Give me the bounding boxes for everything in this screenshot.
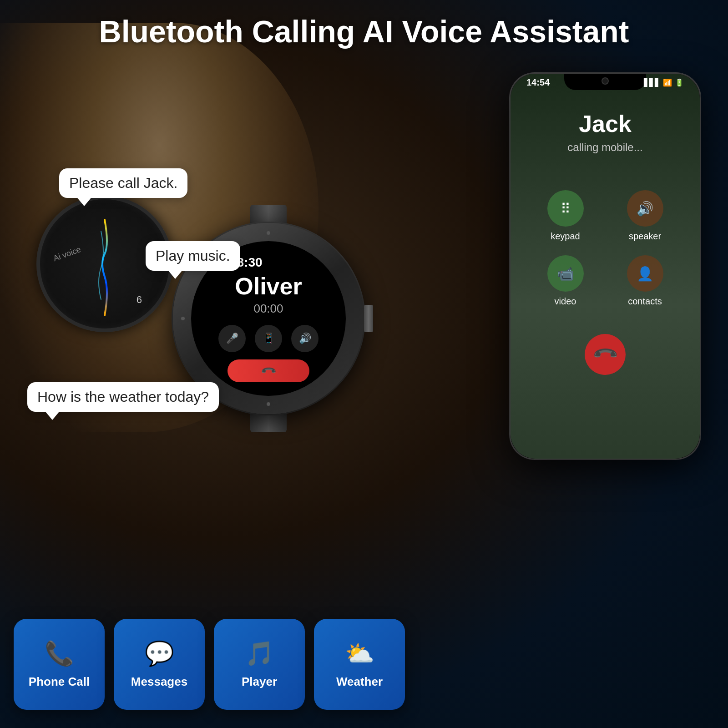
phone-time: 14:54 bbox=[526, 77, 550, 88]
bubble-weather: How is the weather today? bbox=[27, 382, 219, 412]
player-icon: 🎵 bbox=[245, 640, 274, 667]
feature-tile-weather[interactable]: ⛅Weather bbox=[314, 619, 405, 710]
watch-call-duration: 00:00 bbox=[253, 302, 283, 316]
phone-action-grid: ⠿ keypad 🔊 speaker 📹 video 👤 contacts bbox=[532, 190, 678, 307]
decline-icon: 📞 bbox=[591, 340, 619, 369]
phone-decline-btn[interactable]: 📞 bbox=[585, 334, 626, 375]
video-btn[interactable]: 📹 bbox=[547, 255, 584, 292]
feature-tile-phone-call[interactable]: 📞Phone Call bbox=[14, 619, 105, 710]
keypad-btn[interactable]: ⠿ bbox=[547, 190, 584, 227]
messages-label: Messages bbox=[131, 675, 187, 689]
watch-speaker-btn[interactable]: 🔊 bbox=[291, 325, 318, 352]
speaker-label: speaker bbox=[629, 231, 661, 242]
page-title: Bluetooth Calling AI Voice Assistant bbox=[0, 14, 728, 49]
watch-phone-btn[interactable]: 📱 bbox=[255, 325, 282, 352]
screw-top bbox=[267, 231, 270, 235]
keypad-label: keypad bbox=[551, 231, 580, 242]
end-call-icon: 📞 bbox=[260, 362, 277, 379]
watch-end-call-btn[interactable]: 📞 bbox=[228, 359, 309, 382]
phone-video-item: 📹 video bbox=[532, 255, 598, 307]
bubble-music: Play music. bbox=[146, 241, 240, 271]
weather-label: Weather bbox=[336, 675, 383, 689]
player-label: Player bbox=[242, 675, 277, 689]
weather-icon: ⛅ bbox=[345, 640, 374, 667]
contacts-label: contacts bbox=[628, 296, 662, 307]
phone-call-icon: 📞 bbox=[45, 640, 74, 667]
video-label: video bbox=[555, 296, 576, 307]
phone-screen: Jack calling mobile... ⠿ keypad 🔊 speake… bbox=[511, 74, 700, 459]
status-icons: ▋▋▋ 📶 🔋 bbox=[644, 78, 684, 87]
phone-device: 14:54 ▋▋▋ 📶 🔋 Jack calling mobile... ⠿ k… bbox=[510, 73, 701, 460]
phone-speaker-item: 🔊 speaker bbox=[612, 190, 678, 242]
speaker-btn[interactable]: 🔊 bbox=[627, 190, 663, 227]
screw-bottom bbox=[267, 402, 270, 406]
feature-tile-player[interactable]: 🎵Player bbox=[214, 619, 305, 710]
watch-controls: 🎤 📱 🔊 bbox=[218, 325, 318, 352]
phone-body: 14:54 ▋▋▋ 📶 🔋 Jack calling mobile... ⠿ k… bbox=[510, 73, 701, 460]
phone-answer-row: 📞 bbox=[532, 334, 678, 375]
phone-keypad-item: ⠿ keypad bbox=[532, 190, 598, 242]
phone-caller-name: Jack bbox=[579, 110, 632, 137]
phone-caller-status: calling mobile... bbox=[567, 141, 642, 154]
feature-tile-messages[interactable]: 💬Messages bbox=[114, 619, 205, 710]
watch-small-number: 6 bbox=[136, 294, 142, 306]
watch-caller-name: Oliver bbox=[235, 273, 302, 300]
ai-wave-icon bbox=[96, 217, 114, 318]
signal-icon: ▋▋▋ bbox=[644, 78, 660, 87]
phone-call-label: Phone Call bbox=[29, 675, 90, 689]
watch-crown bbox=[364, 305, 373, 332]
phone-contacts-item: 👤 contacts bbox=[612, 255, 678, 307]
messages-icon: 💬 bbox=[145, 640, 174, 667]
feature-tiles: 📞Phone Call💬Messages🎵Player⛅Weather bbox=[14, 619, 405, 710]
ai-voice-label: Ai voice bbox=[52, 245, 82, 263]
watch-mute-btn[interactable]: 🎤 bbox=[218, 325, 246, 352]
battery-icon: 🔋 bbox=[675, 78, 684, 87]
contacts-btn[interactable]: 👤 bbox=[627, 255, 663, 292]
bubble-call: Please call Jack. bbox=[59, 168, 187, 198]
wifi-icon: 📶 bbox=[663, 78, 672, 87]
status-bar: 14:54 ▋▋▋ 📶 🔋 bbox=[522, 77, 688, 88]
screw-left bbox=[181, 317, 185, 320]
